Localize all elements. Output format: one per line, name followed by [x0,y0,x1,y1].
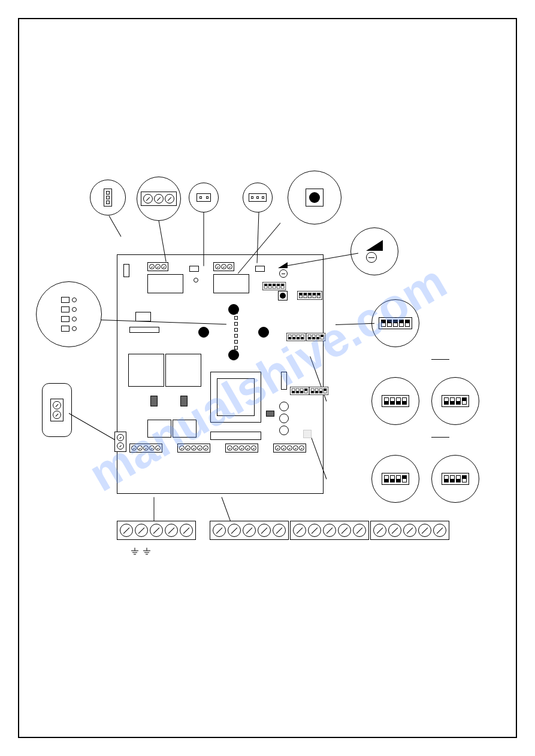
terminal-row-bottom-3 [225,444,258,453]
callout-c7 [371,299,419,347]
callout-c11 [42,383,72,437]
rect-b1 [147,420,171,438]
hole [194,278,198,283]
divider-line [431,359,449,360]
ic-2 [165,354,201,387]
pad [303,430,312,438]
callout-c5 [288,171,341,224]
terminal-2-vert [114,432,126,452]
terminal-row-bottom-4 [273,444,306,453]
ground-symbol-2 [143,548,151,558]
cap-round-3 [279,426,289,435]
callout-c2 [137,177,181,221]
callout-c8-left [371,377,419,425]
ground-symbol-1 [131,548,139,558]
header-3pin-vert [123,264,129,277]
dip-4-2 [306,333,334,345]
dip-4-4 [309,387,337,399]
callout-c1 [90,180,126,215]
callout-c6 [350,227,398,275]
pcb-board [117,254,324,494]
rect-b3 [210,432,261,440]
callout-c8-right [431,377,479,425]
led-column [234,310,238,350]
pot-triangle [278,262,288,268]
callout-c9-left [371,455,419,503]
callout-c13 [210,521,449,540]
push-button-sq [278,291,288,300]
dip-5 [297,291,331,303]
rect-b2 [173,420,197,438]
terminal-3-top-left [147,262,168,271]
component-rect-2 [129,327,159,333]
cap-round-1 [279,402,289,411]
relay-2 [213,274,249,293]
terminal-row-bottom [129,444,162,453]
header-2pin-1 [189,266,199,272]
component-rect-1 [135,312,151,321]
main-ic [210,372,261,423]
btn-2 [198,327,209,338]
btn-3 [258,327,269,338]
callout-c4 [243,183,273,212]
terminal-row-bottom-2 [177,444,210,453]
btn-4 [228,350,239,360]
callout-c10 [36,281,102,347]
relay-1 [147,274,183,293]
cap-3 [266,411,274,417]
cap-round-2 [279,414,289,423]
callout-c12 [117,521,196,540]
divider-line-2 [431,437,449,438]
callout-c9-right [431,455,479,503]
ic-1 [128,354,164,387]
header-vert-right [281,372,287,390]
cap-1 [150,396,158,406]
potentiometer [279,269,288,278]
cap-2 [180,396,188,406]
callout-c3 [189,183,219,212]
terminal-3-top-right [213,262,234,271]
header-3pin [255,266,265,272]
